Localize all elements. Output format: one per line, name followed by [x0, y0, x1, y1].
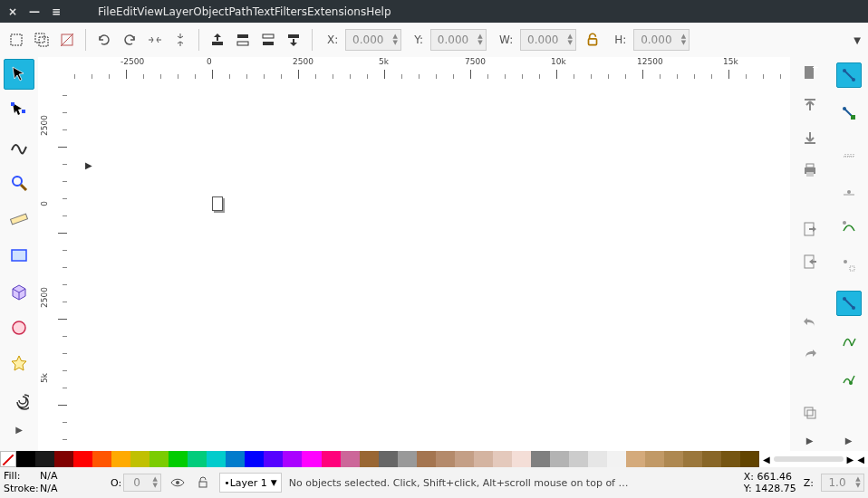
open-icon[interactable] — [797, 95, 823, 115]
palette-swatch[interactable] — [111, 451, 130, 467]
menu-help[interactable]: Help — [366, 5, 391, 18]
snap-bbox-edge-icon[interactable] — [836, 177, 862, 202]
commands-left-expand-icon[interactable]: ▶ — [806, 436, 814, 445]
toolbox-expand-icon[interactable]: ▶ — [15, 425, 23, 435]
save-icon[interactable] — [797, 128, 823, 148]
redo-icon[interactable] — [797, 344, 823, 364]
deselect-icon[interactable] — [58, 31, 76, 49]
h-input[interactable]: ▲▼ — [633, 29, 690, 51]
palette-right-icon[interactable]: ▶ — [847, 455, 854, 464]
lower-icon[interactable] — [259, 31, 277, 49]
menu-edit[interactable]: Edit — [116, 5, 137, 18]
menu-file[interactable]: File — [98, 5, 116, 18]
horizontal-ruler[interactable]: -2500025005k750010k1250015k — [67, 57, 790, 79]
menu-layer[interactable]: Layer — [163, 5, 193, 18]
menu-path[interactable]: Path — [228, 5, 252, 18]
x-input[interactable]: ▲▼ — [345, 29, 401, 51]
snap-intersection-icon[interactable] — [836, 291, 862, 316]
palette-swatch[interactable] — [149, 451, 169, 467]
palette-swatch[interactable] — [455, 451, 474, 467]
palette-swatch[interactable] — [493, 451, 512, 467]
palette-swatch[interactable] — [398, 451, 417, 467]
palette-swatch[interactable] — [683, 451, 702, 467]
palette-swatch[interactable] — [264, 451, 283, 467]
palette-swatch[interactable] — [702, 451, 721, 467]
lock-aspect-icon[interactable] — [583, 31, 602, 49]
palette-swatch[interactable] — [360, 451, 379, 467]
window-menu-button[interactable]: ≡ — [49, 5, 63, 18]
palette-swatch[interactable] — [550, 451, 569, 467]
palette-swatch[interactable] — [607, 451, 626, 467]
palette-swatch[interactable] — [35, 451, 54, 467]
print-icon[interactable] — [797, 160, 823, 180]
undo-icon[interactable] — [797, 311, 823, 331]
measure-tool[interactable] — [4, 204, 34, 235]
commands-right-expand-icon[interactable]: ▶ — [845, 436, 853, 445]
toolbar-overflow-icon[interactable]: ▼ — [854, 35, 861, 45]
palette-scrollbar[interactable]: ◀ ▶ ◀ — [759, 451, 868, 467]
palette-swatch[interactable] — [302, 451, 321, 467]
flip-vertical-icon[interactable] — [171, 31, 189, 49]
palette-none-swatch[interactable] — [0, 451, 16, 467]
palette-swatch[interactable] — [226, 451, 245, 467]
palette-swatch[interactable] — [740, 451, 759, 467]
flip-horizontal-icon[interactable] — [146, 31, 164, 49]
lower-to-bottom-icon[interactable] — [285, 31, 303, 49]
box3d-tool[interactable] — [4, 276, 34, 307]
layer-selector[interactable]: •Layer 1 ▼ — [219, 473, 282, 493]
palette-swatch[interactable] — [73, 451, 92, 467]
palette-swatch[interactable] — [721, 451, 740, 467]
star-tool[interactable] — [4, 349, 34, 379]
palette-left-icon[interactable]: ◀ — [763, 455, 770, 464]
snap-path-icon[interactable] — [836, 253, 862, 278]
rectangle-tool[interactable] — [4, 240, 34, 271]
tweak-tool[interactable] — [4, 131, 34, 162]
zoom-input[interactable] — [822, 476, 853, 489]
palette-menu-icon[interactable]: ◀ — [857, 455, 864, 464]
menu-extensions[interactable]: Extensions — [307, 5, 366, 18]
palette-swatch[interactable] — [169, 451, 188, 467]
opacity-input[interactable] — [124, 476, 149, 489]
canvas[interactable]: ▶ — [67, 79, 790, 451]
palette-swatch[interactable] — [569, 451, 588, 467]
snap-enable-icon[interactable] — [836, 62, 862, 88]
spiral-tool[interactable] — [4, 385, 34, 416]
palette-swatch[interactable] — [474, 451, 493, 467]
import-icon[interactable] — [797, 219, 823, 239]
y-input[interactable]: ▲▼ — [430, 29, 487, 51]
node-tool[interactable] — [4, 95, 34, 126]
palette-swatch[interactable] — [16, 451, 35, 467]
vertical-ruler[interactable]: 2500025005k — [38, 79, 67, 451]
palette-swatch[interactable] — [417, 451, 436, 467]
palette-swatch[interactable] — [130, 451, 149, 467]
palette-swatch[interactable] — [664, 451, 683, 467]
new-document-icon[interactable]: + — [797, 62, 823, 82]
w-input[interactable]: ▲▼ — [520, 29, 576, 51]
palette-swatch[interactable] — [436, 451, 455, 467]
window-close-button[interactable]: × — [5, 5, 20, 18]
layer-lock-icon[interactable] — [194, 474, 212, 492]
snap-bbox-icon[interactable] — [836, 101, 862, 126]
snap-node-icon[interactable] — [836, 215, 862, 240]
raise-icon[interactable] — [234, 31, 252, 49]
palette-swatch[interactable] — [322, 451, 341, 467]
palette-swatch[interactable] — [92, 451, 111, 467]
copy-icon[interactable] — [797, 403, 823, 423]
palette-swatch[interactable] — [379, 451, 398, 467]
menu-filters[interactable]: Filters — [275, 5, 307, 18]
rotate-ccw-icon[interactable] — [95, 31, 113, 49]
select-all-icon[interactable] — [7, 31, 25, 49]
palette-swatch[interactable] — [588, 451, 607, 467]
palette-swatch[interactable] — [645, 451, 664, 467]
palette-swatch[interactable] — [341, 451, 360, 467]
menu-text[interactable]: Text — [253, 5, 275, 18]
stroke-value[interactable]: N/A — [40, 483, 57, 495]
menu-object[interactable]: Object — [193, 5, 228, 18]
window-minimize-button[interactable]: — — [27, 5, 42, 18]
select-all-layers-icon[interactable] — [33, 31, 51, 49]
palette-swatch[interactable] — [54, 451, 73, 467]
palette-swatch[interactable] — [531, 451, 550, 467]
circle-tool[interactable] — [4, 312, 34, 343]
selector-tool[interactable] — [4, 59, 34, 90]
palette-swatch[interactable] — [512, 451, 531, 467]
